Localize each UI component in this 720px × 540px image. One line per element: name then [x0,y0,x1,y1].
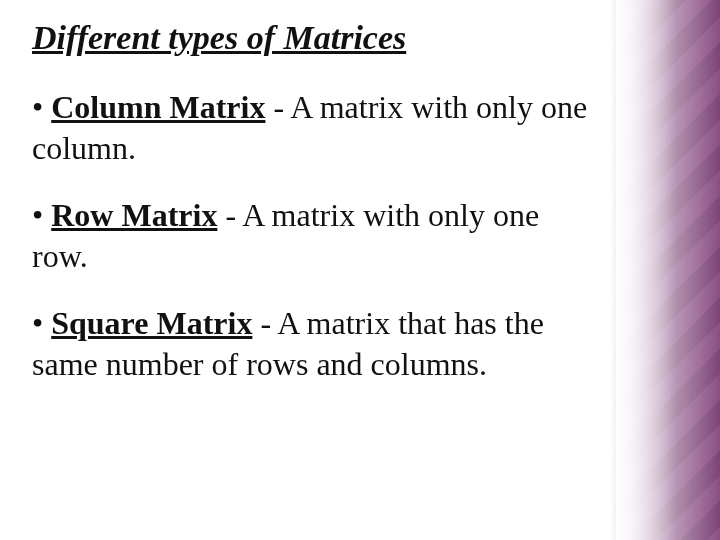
slide-content: Different types of Matrices • Column Mat… [32,18,600,411]
bullet-marker: • [32,197,51,233]
slide-title: Different types of Matrices [32,18,600,59]
bullet-marker: • [32,89,51,125]
term: Row Matrix [51,197,217,233]
term: Column Matrix [51,89,265,125]
list-item: • Square Matrix - A matrix that has the … [32,303,600,385]
side-decorative-pattern [610,0,720,540]
list-item: • Row Matrix - A matrix with only one ro… [32,195,600,277]
list-item: • Column Matrix - A matrix with only one… [32,87,600,169]
bullet-marker: • [32,305,51,341]
slide: Different types of Matrices • Column Mat… [0,0,720,540]
term: Square Matrix [51,305,252,341]
